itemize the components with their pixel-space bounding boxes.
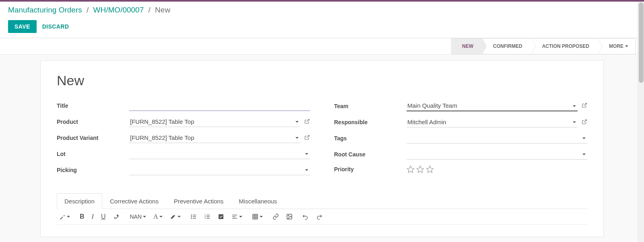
redo-button[interactable] bbox=[316, 213, 322, 220]
link-button[interactable] bbox=[272, 213, 279, 220]
align-dropdown[interactable] bbox=[231, 213, 242, 220]
external-link-icon[interactable] bbox=[582, 119, 587, 126]
align-left-icon bbox=[231, 213, 238, 220]
label-variant: Product Variant bbox=[57, 135, 129, 141]
status-step-confirmed[interactable]: CONFIRMED bbox=[483, 38, 532, 54]
status-step-action-proposed[interactable]: ACTION PROPOSED bbox=[532, 38, 599, 54]
image-icon bbox=[286, 213, 293, 220]
breadcrumb-root[interactable]: Manufacturing Orders bbox=[8, 6, 82, 14]
image-button[interactable] bbox=[286, 213, 293, 220]
tabs-wrap: Description Corrective Actions Preventiv… bbox=[57, 193, 587, 225]
external-link-icon[interactable] bbox=[304, 135, 310, 142]
variant-select[interactable] bbox=[129, 133, 300, 143]
svg-rect-19 bbox=[219, 214, 223, 219]
field-row-root-cause: Root Cause bbox=[334, 149, 587, 160]
ordered-list-button[interactable]: 123 bbox=[204, 213, 211, 220]
caret-down-icon bbox=[178, 215, 181, 218]
svg-marker-4 bbox=[407, 166, 414, 173]
label-picking: Picking bbox=[57, 167, 129, 173]
table-icon bbox=[252, 213, 258, 220]
breadcrumb-sep: / bbox=[84, 6, 91, 14]
tags-select[interactable] bbox=[407, 133, 587, 144]
svg-rect-18 bbox=[206, 218, 210, 218]
italic-button[interactable]: I bbox=[92, 213, 94, 220]
font-color-dropdown[interactable]: A bbox=[153, 213, 163, 220]
tab-preventive-actions[interactable]: Preventive Actions bbox=[166, 193, 231, 209]
svg-line-3 bbox=[584, 119, 586, 122]
tab-miscellaneous[interactable]: Miscellaneous bbox=[231, 193, 285, 209]
field-row-title: Title bbox=[57, 100, 310, 111]
checklist-button[interactable] bbox=[218, 213, 224, 220]
tab-description[interactable]: Description bbox=[57, 193, 102, 209]
caret-down-icon bbox=[67, 215, 70, 218]
tab-corrective-actions[interactable]: Corrective Actions bbox=[102, 193, 166, 209]
star-icon[interactable] bbox=[416, 165, 424, 173]
field-row-lot: Lot bbox=[57, 149, 310, 159]
discard-button[interactable]: DISCARD bbox=[42, 23, 69, 30]
svg-point-29 bbox=[288, 215, 289, 216]
status-step-label: ACTION PROPOSED bbox=[542, 43, 589, 49]
svg-marker-5 bbox=[417, 166, 424, 173]
page-title: New bbox=[57, 73, 587, 88]
eraser-button[interactable] bbox=[113, 213, 120, 220]
picking-select[interactable] bbox=[129, 165, 310, 175]
svg-rect-21 bbox=[232, 216, 235, 217]
lot-select[interactable] bbox=[129, 149, 310, 159]
star-icon[interactable] bbox=[426, 165, 434, 173]
label-product: Product bbox=[57, 119, 129, 125]
bold-button[interactable]: B bbox=[80, 213, 85, 220]
svg-rect-23 bbox=[253, 214, 258, 219]
magic-wand-button[interactable] bbox=[59, 213, 70, 220]
title-input[interactable] bbox=[129, 100, 310, 111]
label-lot: Lot bbox=[57, 151, 129, 157]
caret-down-icon bbox=[239, 215, 242, 218]
scrollbar-thumb[interactable] bbox=[639, 2, 644, 83]
form-card: New Title Product bbox=[40, 60, 604, 237]
status-step-more[interactable]: MORE bbox=[599, 38, 636, 54]
label-tags: Tags bbox=[334, 135, 407, 142]
scrollbar[interactable] bbox=[638, 2, 644, 242]
team-select[interactable] bbox=[407, 100, 578, 111]
label-priority: Priority bbox=[334, 166, 407, 172]
product-select[interactable] bbox=[129, 117, 300, 127]
svg-marker-6 bbox=[427, 166, 433, 173]
header: Manufacturing Orders / WH/MO/00007 / New… bbox=[0, 2, 644, 38]
caret-down-icon bbox=[143, 215, 146, 218]
form-grid: Title Product bbox=[57, 100, 587, 181]
font-size-dropdown[interactable]: NAN bbox=[130, 213, 146, 220]
undo-button[interactable] bbox=[302, 213, 309, 220]
status-step-label: NEW bbox=[462, 43, 473, 49]
star-icon[interactable] bbox=[407, 165, 415, 173]
status-step-label: CONFIRMED bbox=[493, 43, 522, 49]
svg-rect-17 bbox=[206, 216, 210, 217]
highlight-color-dropdown[interactable] bbox=[170, 213, 181, 220]
check-square-icon bbox=[218, 213, 224, 220]
form-col-right: Team Responsible bbox=[334, 100, 587, 181]
external-link-icon[interactable] bbox=[304, 119, 310, 125]
field-row-team: Team bbox=[334, 100, 587, 111]
field-row-responsible: Responsible bbox=[334, 117, 587, 127]
svg-line-1 bbox=[307, 135, 309, 137]
link-icon bbox=[272, 213, 279, 220]
underline-button[interactable]: U bbox=[101, 213, 106, 220]
save-button[interactable]: SAVE bbox=[8, 20, 37, 33]
breadcrumb-current: New bbox=[155, 6, 170, 14]
font-size-label: NAN bbox=[130, 213, 142, 220]
field-row-picking: Picking bbox=[57, 165, 310, 175]
action-buttons: SAVE DISCARD bbox=[8, 20, 636, 33]
table-dropdown[interactable] bbox=[252, 213, 263, 220]
label-responsible: Responsible bbox=[334, 119, 407, 125]
external-link-icon[interactable] bbox=[582, 103, 587, 109]
breadcrumb-mid[interactable]: WH/MO/00007 bbox=[93, 6, 144, 14]
label-root-cause: Root Cause bbox=[334, 151, 407, 158]
unordered-list-button[interactable] bbox=[190, 213, 197, 220]
svg-line-0 bbox=[307, 119, 309, 121]
responsible-select[interactable] bbox=[407, 117, 578, 127]
svg-rect-20 bbox=[232, 215, 237, 215]
svg-rect-16 bbox=[206, 215, 210, 215]
field-row-tags: Tags bbox=[334, 133, 587, 144]
field-row-priority: Priority bbox=[334, 165, 587, 173]
status-step-new[interactable]: NEW bbox=[451, 38, 483, 54]
root-cause-select[interactable] bbox=[407, 149, 587, 160]
editor-toolbar: B I U NAN A bbox=[57, 209, 587, 225]
